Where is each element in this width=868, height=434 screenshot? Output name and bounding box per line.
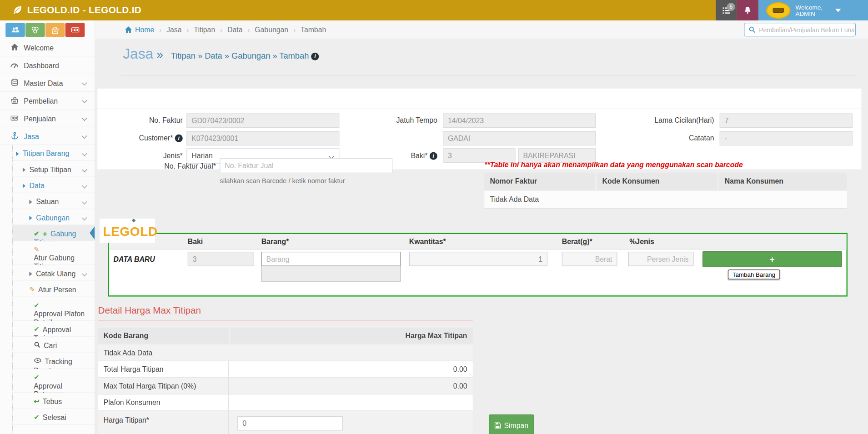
info-icon[interactable]: i [430, 152, 437, 160]
sidebar-item-jasa[interactable]: Jasa [0, 127, 95, 145]
entry-barang-input[interactable] [261, 252, 401, 266]
quick-cash-button[interactable] [65, 23, 85, 37]
chevron-down-icon [82, 80, 87, 85]
breadcrumb-item[interactable]: Gabungan [255, 25, 288, 34]
save-icon [495, 422, 502, 429]
chevron-down-icon [82, 133, 87, 139]
chevron-down-icon [82, 115, 87, 121]
banknote-icon [9, 114, 20, 123]
faktur-jual-label: No. Faktur Jual* [150, 162, 216, 172]
brand[interactable]: LEGOLD.ID - LEGOLD.ID [0, 5, 141, 15]
leaf-icon [12, 5, 23, 15]
gadai-input [443, 131, 596, 146]
undo-icon: ↩ [34, 397, 39, 405]
sidebar-item-gabung-titipan[interactable]: ✔+Gabung Titipan [13, 225, 95, 241]
sidebar-item-gabungan[interactable]: Gabungan [13, 209, 95, 225]
barcode-table-header: Nomor Faktur Kode Konsumen Nama Konsumen [484, 173, 847, 190]
breadcrumb-item[interactable]: Titipan [194, 25, 215, 34]
quick-purchase-button[interactable] [45, 23, 65, 37]
breadcrumb-item[interactable]: Tambah [301, 25, 326, 34]
detail-total-row: Total Harga Titipan 0.00 [98, 361, 472, 378]
breadcrumb-separator: › [293, 26, 296, 34]
sidebar-item-tracking-berat[interactable]: Tracking Berat [13, 353, 95, 369]
sidebar-item-data[interactable]: Data [13, 177, 95, 193]
sidebar-item-atur-persen[interactable]: ✎Atur Persen [13, 281, 95, 297]
header-kwantitas: Kwantitas* [409, 234, 446, 249]
sidebar-item-approval-potongan[interactable]: ✔Approval Potongan [13, 369, 95, 393]
breadcrumb-separator: › [159, 26, 161, 34]
check-icon: ✔ [34, 374, 39, 382]
sidebar-item-pembelian[interactable]: Pembelian [0, 92, 95, 110]
search-icon [744, 26, 758, 33]
sidebar-item-partial[interactable] [13, 425, 95, 434]
sidebar-item-approval-terima[interactable]: ✔Approval Terima [13, 321, 95, 337]
simpan-button[interactable]: Simpan [489, 414, 534, 434]
caret-down-icon [835, 9, 841, 12]
caret-right-icon [23, 167, 25, 172]
search-input[interactable] [758, 26, 855, 34]
harga-titipan-input[interactable] [237, 416, 342, 431]
entry-kwantitas-input[interactable] [409, 252, 547, 266]
sidebar-item-approval-plafon-detail[interactable]: ✔Approval Plafon Detail [13, 297, 95, 321]
top-bar: LEGOLD.ID - LEGOLD.ID 6 Welcome, ADMIN [0, 0, 868, 20]
sidebar-item-cari[interactable]: Cari [13, 337, 95, 353]
sidebar-item-titipan-barang[interactable]: Titipan Barang [13, 145, 95, 161]
sidebar-item-tebus[interactable]: ↩Tebus [13, 393, 95, 409]
page-title: Jasa » Titipan » Data » Gabungan » Tamba… [123, 45, 319, 63]
sidebar-item-selesai[interactable]: ✔Selesai [13, 409, 95, 425]
faktur-form-panel: No. Faktur Jatuh Tempo Lama Cicilan(Hari… [97, 89, 861, 170]
sidebar-item-master-data[interactable]: Master Data [0, 74, 95, 92]
chevron-down-icon [82, 215, 87, 220]
barang-dropdown[interactable] [261, 266, 401, 282]
breadcrumb-item[interactable]: Jasa [166, 25, 181, 34]
add-barang-button[interactable]: + [702, 251, 842, 267]
caret-right-icon [16, 151, 19, 156]
caret-right-icon [23, 184, 25, 188]
sidebar-item-penjualan[interactable]: Penjualan [0, 110, 95, 127]
catatan-input [720, 131, 853, 146]
check-icon: ✔ [34, 302, 39, 310]
jatuh-tempo-label: Jatuh Tempo [352, 115, 437, 125]
detail-max-total-row: Max Total Harga Titipan (0%) 0.00 [98, 378, 472, 395]
breadcrumb-bar: Home › Jasa › Titipan › Data › Gabungan … [95, 20, 868, 39]
customer-input [186, 131, 339, 146]
plus-icon: + [43, 229, 47, 238]
detail-empty-row: Tidak Ada Data [98, 344, 472, 361]
tasks-menu-button[interactable]: 6 [716, 0, 737, 20]
info-icon[interactable]: i [175, 135, 183, 142]
info-icon[interactable]: i [311, 53, 319, 60]
entry-panel: Baki Barang* Kwantitas* Berat(g)* %Jenis… [108, 233, 848, 297]
detail-heading: Detail Harga Max Titipan [98, 305, 201, 316]
page-subtitle: Titipan » Data » Gabungan » Tambah i [171, 51, 319, 60]
header-berat: Berat(g)* [562, 234, 592, 249]
plus-icon: ✔ [34, 229, 39, 238]
diamond-icon: ◆ [132, 217, 135, 223]
entry-berat-input[interactable] [562, 252, 617, 266]
sidebar-item-dashboard[interactable]: Dashboard [0, 56, 95, 74]
sidebar-item-setup-titipan[interactable]: Setup Titipan [13, 161, 95, 177]
faktur-jual-input[interactable] [220, 158, 392, 173]
detail-table-header: Kode Barang Harga Max Titipan [98, 328, 472, 344]
breadcrumb: Home › Jasa › Titipan › Data › Gabungan … [125, 20, 326, 39]
quick-gold-button[interactable] [25, 23, 45, 37]
database-icon [9, 79, 20, 89]
caret-right-icon [30, 215, 32, 220]
dashboard-icon [9, 61, 20, 70]
sidebar: Welcome Dashboard Master Data Pembelian … [0, 39, 95, 434]
header-barang: Barang* [261, 234, 289, 249]
breadcrumb-home[interactable]: Home [125, 25, 154, 34]
notifications-button[interactable] [737, 0, 758, 20]
sidebar-item-atur-gabung-titipan[interactable]: ✎Atur Gabung Titipan [13, 241, 95, 265]
home-icon [125, 26, 132, 33]
sidebar-item-cetak-ulang[interactable]: Cetak Ulang [13, 265, 95, 281]
chevron-down-icon [82, 167, 87, 172]
entry-persen-input[interactable] [628, 252, 694, 266]
sidebar-item-welcome[interactable]: Welcome [0, 39, 95, 56]
user-menu-button[interactable]: Welcome, ADMIN [758, 0, 868, 20]
quick-customers-button[interactable] [5, 23, 25, 37]
breadcrumb-item[interactable]: Data [227, 25, 242, 34]
chevron-down-icon [82, 151, 87, 156]
sidebar-item-satuan[interactable]: Satuan [13, 193, 95, 209]
basket-icon [51, 26, 59, 34]
sidebar-submenu-jasa: Titipan Barang Setup Titipan Data Satuan… [12, 145, 95, 434]
